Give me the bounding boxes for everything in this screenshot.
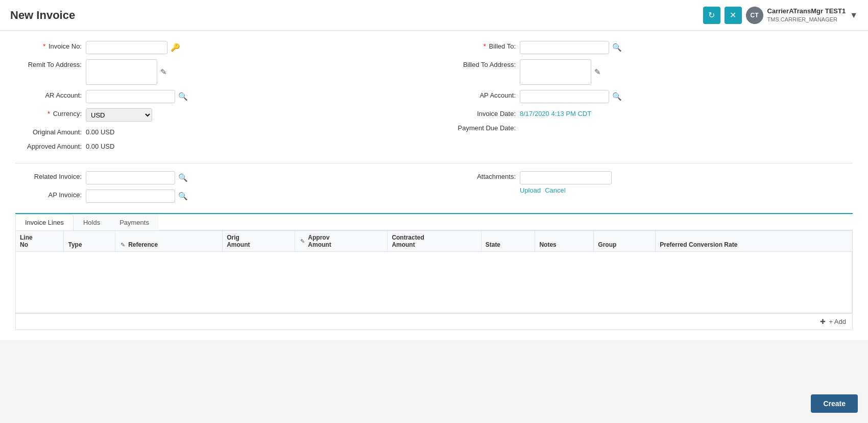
ar-account-field-group: 🔍 (86, 90, 189, 103)
col-preferred-conversion-rate: Preferred Conversion Rate (656, 231, 852, 252)
form-bottom-right: Attachments: Upload Cancel (449, 171, 853, 208)
attachments-input[interactable] (520, 171, 612, 184)
related-invoice-label: Related Invoice: (15, 171, 82, 180)
add-icon: ✚ (820, 318, 826, 325)
billed-to-input[interactable] (520, 41, 609, 54)
billed-to-label: * Billed To: (449, 41, 516, 50)
ar-account-search-button[interactable]: 🔍 (177, 92, 189, 101)
remit-address-row: Remit To Address: ✎ (15, 59, 419, 85)
attachments-row: Attachments: Upload Cancel (449, 171, 853, 194)
avatar: CT (746, 7, 763, 24)
related-invoice-field-group: 🔍 (86, 171, 189, 184)
table-body (16, 252, 852, 313)
approved-amount-row: Approved Amount: 0.00 USD (15, 141, 419, 150)
close-button[interactable]: ✕ (725, 7, 742, 24)
remit-address-input[interactable] (86, 59, 157, 85)
related-invoice-search-button[interactable]: 🔍 (177, 173, 189, 182)
original-amount-value: 0.00 USD (86, 127, 114, 136)
table-header: Line No Type ✎ (16, 231, 852, 252)
billed-to-search-button[interactable]: 🔍 (611, 43, 623, 52)
ar-account-input[interactable] (86, 90, 175, 103)
invoice-no-row: * Invoice No: 🔑 (15, 41, 419, 54)
ap-invoice-search-button[interactable]: 🔍 (177, 192, 189, 201)
form-section-top: * Invoice No: 🔑 Remit To Address: ✎ (15, 41, 853, 155)
billed-address-input[interactable] (520, 59, 591, 85)
ap-invoice-input[interactable] (86, 190, 175, 203)
col-notes: Notes (535, 231, 594, 252)
user-menu-button[interactable]: ▼ (850, 11, 858, 20)
col-reference: ✎ Reference (115, 231, 223, 252)
attachments-field-group: Upload Cancel (520, 171, 612, 194)
invoice-no-label: * Invoice No: (15, 41, 82, 50)
search-icon: 🔍 (612, 43, 622, 52)
billed-to-row: * Billed To: 🔍 (449, 41, 853, 54)
user-info: CarrierATransMgr TEST1 TMS.CARRIER_MANAG… (767, 7, 846, 23)
col-orig-amount: Orig Amount (223, 231, 295, 252)
billed-address-edit-button[interactable]: ✎ (593, 67, 602, 77)
search-icon: 🔍 (612, 92, 622, 101)
add-button[interactable]: ✚ + Add (820, 318, 846, 325)
table-empty-row (16, 252, 852, 313)
tab-invoice-lines[interactable]: Invoice Lines (15, 214, 74, 230)
currency-select[interactable]: USD EUR GBP CAD (86, 108, 152, 122)
billed-to-field-group: 🔍 (520, 41, 623, 54)
upload-link[interactable]: Upload (520, 186, 541, 194)
approved-amount-edit-icon[interactable]: ✎ (299, 238, 306, 245)
col-line-no: Line No (16, 231, 64, 252)
col-approved-amount: ✎ Approv Amount (295, 231, 388, 252)
attachment-actions: Upload Cancel (520, 186, 612, 194)
tab-payments[interactable]: Payments (110, 214, 159, 230)
billed-address-row: Billed To Address: ✎ (449, 59, 853, 85)
form-right: * Billed To: 🔍 Billed To Address: ✎ (449, 41, 853, 155)
ap-account-input[interactable] (520, 90, 609, 103)
ap-account-search-button[interactable]: 🔍 (611, 92, 623, 101)
invoice-no-key-button[interactable]: 🔑 (170, 43, 181, 52)
form-section-bottom: Related Invoice: 🔍 AP Invoice: 🔍 (15, 171, 853, 208)
refresh-button[interactable]: ↻ (703, 7, 720, 24)
billed-address-label: Billed To Address: (449, 59, 516, 68)
ap-account-row: AP Account: 🔍 (449, 90, 853, 103)
refresh-icon: ↻ (708, 10, 715, 20)
billed-address-field-group: ✎ (520, 59, 602, 85)
edit-icon: ✎ (160, 67, 167, 77)
payment-due-date-row: Payment Due Date: (449, 123, 853, 132)
tabs: Invoice Lines Holds Payments (15, 214, 853, 230)
remit-address-field-group: ✎ (86, 59, 168, 85)
reference-edit-icon[interactable]: ✎ (119, 242, 126, 248)
form-bottom-left: Related Invoice: 🔍 AP Invoice: 🔍 (15, 171, 419, 208)
currency-row: * Currency: USD EUR GBP CAD (15, 108, 419, 122)
approved-amount-value: 0.00 USD (86, 141, 114, 150)
tabs-container: Invoice Lines Holds Payments Line No (15, 213, 853, 330)
col-contracted-amount: Contracted Amount (388, 231, 481, 252)
invoice-lines-table-container: Line No Type ✎ (15, 230, 853, 330)
form-divider (15, 163, 853, 163)
related-invoice-input[interactable] (86, 171, 175, 184)
invoice-no-field-group: 🔑 (86, 41, 181, 54)
header-actions: ↻ ✕ CT CarrierATransMgr TEST1 TMS.CARRIE… (703, 7, 858, 24)
close-icon: ✕ (730, 10, 736, 20)
invoice-no-input[interactable] (86, 41, 167, 54)
cancel-link[interactable]: Cancel (545, 186, 565, 194)
ap-invoice-label: AP Invoice: (15, 190, 82, 199)
tab-holds[interactable]: Holds (74, 214, 110, 230)
user-name: CarrierATransMgr TEST1 (767, 7, 846, 16)
col-state: State (481, 231, 535, 252)
attachments-label: Attachments: (449, 171, 516, 180)
search-icon: 🔍 (178, 92, 188, 101)
ap-account-field-group: 🔍 (520, 90, 623, 103)
ar-account-label: AR Account: (15, 90, 82, 99)
col-group: Group (594, 231, 656, 252)
ap-invoice-field-group: 🔍 (86, 190, 189, 203)
related-invoice-row: Related Invoice: 🔍 (15, 171, 419, 184)
original-amount-label: Original Amount: (15, 127, 82, 136)
main-content: * Invoice No: 🔑 Remit To Address: ✎ (0, 31, 868, 340)
ap-account-label: AP Account: (449, 90, 516, 99)
user-role: TMS.CARRIER_MANAGER (767, 16, 846, 23)
invoice-lines-table: Line No Type ✎ (16, 231, 852, 313)
original-amount-row: Original Amount: 0.00 USD (15, 127, 419, 136)
approved-amount-label: Approved Amount: (15, 141, 82, 150)
ar-account-row: AR Account: 🔍 (15, 90, 419, 103)
invoice-date-row: Invoice Date: 8/17/2020 4:13 PM CDT (449, 108, 853, 118)
remit-address-edit-button[interactable]: ✎ (159, 67, 168, 77)
page-title: New Invoice (10, 9, 75, 22)
